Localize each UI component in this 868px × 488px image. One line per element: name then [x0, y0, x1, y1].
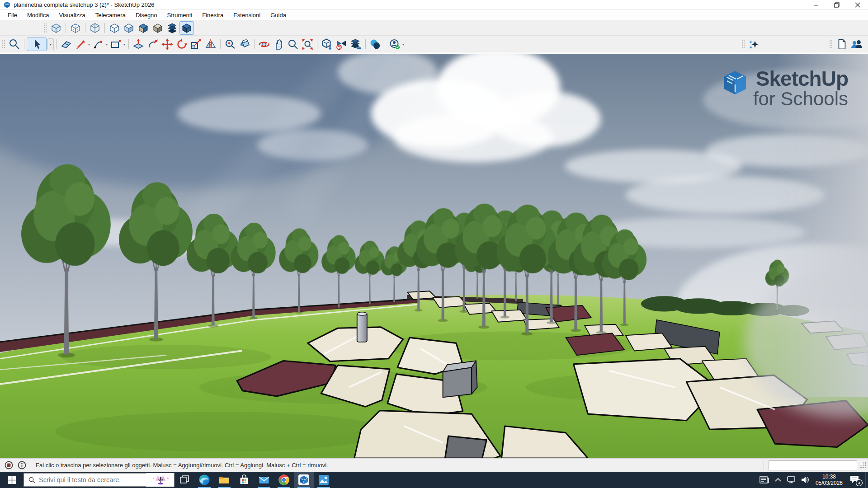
- windows-taskbar: ♪ ♫: [0, 472, 868, 488]
- menu-bar: File Modifica Visualizza Telecamera Dise…: [0, 10, 868, 20]
- task-view-button[interactable]: [175, 472, 194, 488]
- scale-tool-icon[interactable]: [189, 38, 203, 51]
- wireframe-style-icon[interactable]: [88, 21, 102, 35]
- ai-toolbar-group: [740, 38, 761, 51]
- search-icon: [28, 477, 35, 483]
- toolbar-grip[interactable]: [43, 23, 47, 33]
- menu-file[interactable]: File: [3, 10, 22, 20]
- zoom-extents-tool-icon[interactable]: [300, 38, 315, 51]
- search-input[interactable]: [39, 476, 146, 483]
- pan-tool-icon[interactable]: [271, 38, 286, 51]
- taskbar-store-icon[interactable]: [234, 472, 254, 488]
- tray-clock[interactable]: 10:38 05/03/2026: [812, 474, 846, 486]
- model-viewport-canvas[interactable]: SketchUp for Schools: [0, 54, 868, 458]
- chat-icon[interactable]: [368, 38, 382, 51]
- taskbar-edge-icon[interactable]: [194, 472, 214, 488]
- start-button[interactable]: [0, 472, 24, 488]
- xray-style-icon[interactable]: [49, 21, 63, 35]
- search-tool-icon[interactable]: [7, 38, 22, 51]
- select-tool-icon-active[interactable]: [27, 38, 47, 51]
- watermark: SketchUp for Schools: [722, 68, 848, 109]
- back-edges-style-icon[interactable]: [68, 21, 83, 35]
- collaborators-icon[interactable]: [849, 38, 863, 51]
- paint-bucket-tool-icon[interactable]: [237, 38, 252, 51]
- menu-modifica[interactable]: Modifica: [22, 10, 54, 20]
- tape-measure-tool-icon[interactable]: [223, 38, 237, 51]
- geolocation-icon[interactable]: [5, 461, 13, 469]
- info-icon[interactable]: [18, 461, 26, 469]
- send-to-layout-icon[interactable]: [349, 38, 363, 51]
- line-tool-icon[interactable]: [73, 38, 88, 51]
- taskbar-search-box[interactable]: ♪ ♫: [24, 473, 175, 487]
- tray-time: 10:38: [816, 474, 843, 480]
- monochrome-style-icon[interactable]: [151, 21, 165, 35]
- shapes-tool-icon[interactable]: [108, 38, 123, 51]
- close-button[interactable]: [847, 0, 868, 9]
- notification-center-icon[interactable]: 4: [846, 472, 863, 488]
- menu-strumenti[interactable]: Strumenti: [162, 10, 198, 20]
- follow-me-tool-icon[interactable]: [146, 38, 160, 51]
- orbit-tool-icon[interactable]: [257, 38, 271, 51]
- bench-box: [443, 361, 477, 398]
- eraser-tool-icon[interactable]: [59, 38, 73, 51]
- pillar: [357, 312, 367, 342]
- menu-telecamera[interactable]: Telecamera: [90, 10, 131, 20]
- toolbar-grip-3[interactable]: [741, 39, 745, 49]
- taskbar-sketchup-icon-active[interactable]: [294, 472, 314, 488]
- flip-tool-icon[interactable]: [203, 38, 218, 51]
- menu-guida[interactable]: Guida: [265, 10, 291, 20]
- network-icon[interactable]: [785, 472, 798, 488]
- notification-badge-count: 4: [858, 481, 860, 485]
- measurements-input[interactable]: [769, 460, 857, 470]
- status-hint-text: Fai clic o trascina per selezionare gli …: [36, 462, 328, 469]
- svg-text:♫: ♫: [167, 475, 170, 479]
- menu-estensioni[interactable]: Estensioni: [228, 10, 265, 20]
- document-toolbar-group: [827, 38, 863, 51]
- resize-grip[interactable]: [860, 462, 867, 469]
- taskbar-chrome-icon[interactable]: [274, 472, 294, 488]
- restore-button[interactable]: [826, 0, 847, 9]
- sketchup-watermark-logo: [722, 71, 748, 96]
- minimize-button[interactable]: [806, 0, 826, 9]
- title-bar: planimetria completa sketchup 3 (2)* - S…: [0, 0, 868, 10]
- taskbar-file-explorer-icon[interactable]: [214, 472, 234, 488]
- watermark-sub: for Schools: [753, 89, 848, 109]
- ai-sparkles-icon[interactable]: [747, 38, 761, 51]
- news-widget-icon[interactable]: [758, 472, 771, 488]
- zoom-tool-icon[interactable]: [286, 38, 300, 51]
- hidden-line-style-icon[interactable]: [107, 21, 122, 35]
- textured-style-icon-active[interactable]: [179, 21, 194, 35]
- menu-finestra[interactable]: Finestra: [197, 10, 228, 20]
- shaded-style-icon[interactable]: [122, 21, 136, 35]
- menu-visualizza[interactable]: Visualizza: [54, 10, 90, 20]
- menu-disegno[interactable]: Disegno: [131, 10, 162, 20]
- move-tool-icon[interactable]: [160, 38, 175, 51]
- arc-tool-icon[interactable]: [91, 38, 105, 51]
- taskbar-mail-icon[interactable]: [254, 472, 274, 488]
- volume-icon[interactable]: [798, 472, 812, 488]
- style-toolbar: [0, 20, 868, 36]
- 3d-warehouse-icon[interactable]: [320, 38, 334, 51]
- new-document-icon[interactable]: [835, 38, 849, 51]
- account-icon[interactable]: [387, 38, 402, 51]
- rotate-tool-icon[interactable]: [175, 38, 189, 51]
- shaded-textures-style-icon[interactable]: [136, 21, 151, 35]
- window-title: planimetria completa sketchup 3 (2)* - S…: [14, 1, 154, 8]
- toolbar-grip-2[interactable]: [2, 39, 5, 49]
- tray-chevron-up-icon[interactable]: [771, 472, 785, 488]
- taskbar-photos-icon[interactable]: [314, 472, 334, 488]
- tray-date: 05/03/2026: [816, 480, 843, 486]
- sketchup-window: planimetria completa sketchup 3 (2)* - S…: [0, 0, 868, 488]
- color-by-tag-style-icon[interactable]: [165, 21, 179, 35]
- 3d-scene: [0, 54, 868, 458]
- main-toolbar: ▾ ▾ ▾ ▾: [0, 36, 868, 53]
- select-dropdown-button[interactable]: ▾: [47, 38, 54, 50]
- toolbar-grip-4[interactable]: [829, 39, 833, 49]
- push-pull-tool-icon[interactable]: [131, 38, 146, 51]
- extension-warehouse-icon[interactable]: [334, 38, 349, 51]
- watermark-brand: SketchUp: [756, 68, 848, 89]
- status-bar: Fai clic o trascina per selezionare gli …: [0, 458, 868, 472]
- search-highlight-mic-art[interactable]: ♪ ♫: [146, 473, 174, 487]
- sketchup-app-icon: [4, 1, 10, 8]
- show-desktop-button[interactable]: [865, 472, 868, 488]
